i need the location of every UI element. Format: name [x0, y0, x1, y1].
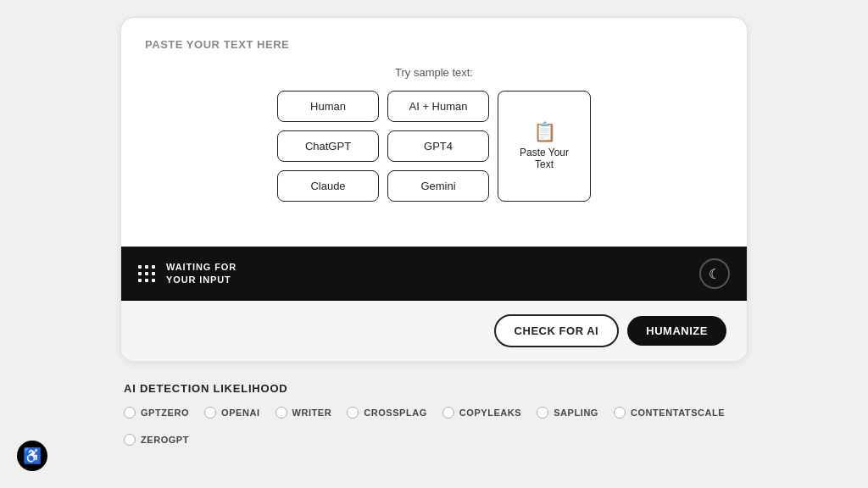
sample-btn-claude[interactable]: Claude — [277, 170, 379, 202]
sample-btn-gpt4[interactable]: GPT4 — [387, 130, 489, 162]
radio-gptzero — [124, 407, 136, 419]
accessibility-icon: ♿ — [23, 446, 42, 465]
check-ai-button[interactable]: CHECK FOR AI — [494, 314, 620, 347]
radio-copyleaks — [442, 407, 454, 419]
detection-item-contentatscale: CONTENTATSCALE — [614, 407, 725, 419]
detection-label-crossplag: CROSSPLAG — [364, 408, 427, 418]
paste-your-text-button[interactable]: 📋 Paste Your Text — [498, 91, 591, 202]
detection-items: GPTZEROOPENAIWRITERCROSSPLAGCOPYLEAKSSAP… — [124, 407, 744, 446]
detection-label-writer: WRITER — [292, 408, 332, 418]
sample-btn-gemini[interactable]: Gemini — [387, 170, 489, 202]
status-text: WAITING FOR YOUR INPUT — [166, 261, 236, 287]
detection-item-writer: WRITER — [275, 407, 332, 419]
action-bar: CHECK FOR AI HUMANIZE — [121, 301, 747, 361]
detection-item-gptzero: GPTZERO — [124, 407, 189, 419]
detection-label-sapling: SAPLING — [554, 408, 598, 418]
detection-label-contentatscale: CONTENTATSCALE — [631, 408, 725, 418]
detection-section: AI DETECTION LIKELIHOOD GPTZEROOPENAIWRI… — [120, 382, 748, 446]
status-left: WAITING FOR YOUR INPUT — [138, 261, 236, 287]
sample-grid-wrapper: Human AI + Human 📋 Paste Your Text ChatG… — [145, 91, 723, 202]
radio-sapling — [537, 407, 548, 419]
detection-label-zerogpt: ZEROGPT — [141, 435, 189, 445]
paste-your-text-label: Paste Your Text — [512, 147, 576, 170]
detection-title: AI DETECTION LIKELIHOOD — [124, 382, 744, 395]
detection-item-copyleaks: COPYLEAKS — [442, 407, 521, 419]
radio-contentatscale — [614, 407, 626, 419]
radio-crossplag — [347, 407, 359, 419]
detection-item-crossplag: CROSSPLAG — [347, 407, 427, 419]
text-area-section[interactable]: PASTE YOUR TEXT HERE Try sample text: Hu… — [121, 18, 747, 247]
sample-text-label: Try sample text: — [145, 66, 723, 79]
grid-dots-icon — [138, 265, 156, 283]
status-bar: WAITING FOR YOUR INPUT ☾ — [121, 247, 747, 301]
detection-label-openai: OPENAI — [221, 408, 259, 418]
detection-label-copyleaks: COPYLEAKS — [459, 408, 521, 418]
sample-btn-chatgpt[interactable]: ChatGPT — [277, 130, 379, 162]
accessibility-button[interactable]: ♿ — [17, 441, 47, 471]
main-card: PASTE YOUR TEXT HERE Try sample text: Hu… — [120, 17, 748, 362]
radio-zerogpt — [124, 434, 136, 446]
moon-icon: ☾ — [709, 266, 721, 282]
clipboard-icon: 📋 — [533, 123, 556, 141]
detection-item-sapling: SAPLING — [537, 407, 598, 419]
sample-btn-ai-human[interactable]: AI + Human — [387, 91, 489, 122]
detection-item-zerogpt: ZEROGPT — [124, 434, 189, 446]
radio-openai — [204, 407, 216, 419]
radio-writer — [275, 407, 287, 419]
paste-placeholder: PASTE YOUR TEXT HERE — [145, 38, 723, 51]
dark-mode-button[interactable]: ☾ — [699, 258, 730, 289]
detection-label-gptzero: GPTZERO — [141, 408, 189, 418]
sample-btn-human[interactable]: Human — [277, 91, 379, 122]
humanize-button[interactable]: HUMANIZE — [627, 316, 726, 346]
detection-item-openai: OPENAI — [204, 407, 259, 419]
